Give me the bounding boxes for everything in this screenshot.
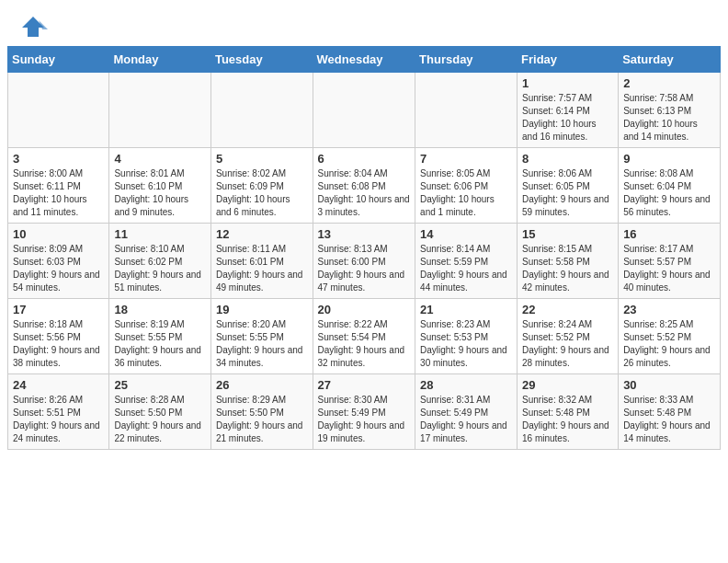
day-number: 15 xyxy=(522,227,613,241)
calendar-cell: 1Sunrise: 7:57 AM Sunset: 6:14 PM Daylig… xyxy=(518,73,619,148)
calendar-cell: 12Sunrise: 8:11 AM Sunset: 6:01 PM Dayli… xyxy=(210,224,313,299)
calendar-cell: 25Sunrise: 8:28 AM Sunset: 5:50 PM Dayli… xyxy=(109,374,211,450)
day-number: 25 xyxy=(114,378,206,392)
calendar-cell: 11Sunrise: 8:10 AM Sunset: 6:02 PM Dayli… xyxy=(109,224,211,299)
calendar-week-3: 10Sunrise: 8:09 AM Sunset: 6:03 PM Dayli… xyxy=(8,224,721,299)
day-info: Sunrise: 8:19 AM Sunset: 5:55 PM Dayligh… xyxy=(114,318,206,370)
day-number: 2 xyxy=(623,76,715,90)
calendar-header-row: SundayMondayTuesdayWednesdayThursdayFrid… xyxy=(8,47,721,73)
day-info: Sunrise: 8:20 AM Sunset: 5:55 PM Dayligh… xyxy=(216,318,308,370)
day-number: 1 xyxy=(522,76,613,90)
day-number: 19 xyxy=(216,303,308,316)
day-number: 17 xyxy=(13,303,104,316)
day-info: Sunrise: 8:15 AM Sunset: 5:58 PM Dayligh… xyxy=(522,243,613,294)
calendar-cell: 5Sunrise: 8:02 AM Sunset: 6:09 PM Daylig… xyxy=(210,148,313,224)
day-info: Sunrise: 8:04 AM Sunset: 6:08 PM Dayligh… xyxy=(318,167,411,219)
day-header-wednesday: Wednesday xyxy=(313,47,415,73)
calendar-cell: 19Sunrise: 8:20 AM Sunset: 5:55 PM Dayli… xyxy=(210,299,313,374)
day-info: Sunrise: 8:14 AM Sunset: 5:59 PM Dayligh… xyxy=(420,243,512,294)
logo xyxy=(18,15,51,39)
day-number: 22 xyxy=(522,303,613,316)
day-info: Sunrise: 8:32 AM Sunset: 5:48 PM Dayligh… xyxy=(522,394,613,445)
calendar-cell: 18Sunrise: 8:19 AM Sunset: 5:55 PM Dayli… xyxy=(109,299,211,374)
day-info: Sunrise: 7:57 AM Sunset: 6:14 PM Dayligh… xyxy=(522,92,613,144)
calendar-cell xyxy=(313,73,415,148)
day-info: Sunrise: 8:08 AM Sunset: 6:04 PM Dayligh… xyxy=(623,167,715,219)
calendar-cell: 29Sunrise: 8:32 AM Sunset: 5:48 PM Dayli… xyxy=(518,374,619,450)
day-number: 30 xyxy=(623,378,715,392)
page-header xyxy=(0,0,728,46)
day-info: Sunrise: 7:58 AM Sunset: 6:13 PM Dayligh… xyxy=(623,92,715,144)
calendar-cell: 27Sunrise: 8:30 AM Sunset: 5:49 PM Dayli… xyxy=(313,374,415,450)
day-info: Sunrise: 8:33 AM Sunset: 5:48 PM Dayligh… xyxy=(623,394,715,445)
day-info: Sunrise: 8:17 AM Sunset: 5:57 PM Dayligh… xyxy=(623,243,715,294)
calendar-cell: 10Sunrise: 8:09 AM Sunset: 6:03 PM Dayli… xyxy=(8,224,109,299)
calendar-cell: 15Sunrise: 8:15 AM Sunset: 5:58 PM Dayli… xyxy=(518,224,619,299)
calendar-week-5: 24Sunrise: 8:26 AM Sunset: 5:51 PM Dayli… xyxy=(8,374,721,450)
calendar-cell: 22Sunrise: 8:24 AM Sunset: 5:52 PM Dayli… xyxy=(518,299,619,374)
calendar-cell: 9Sunrise: 8:08 AM Sunset: 6:04 PM Daylig… xyxy=(619,148,721,224)
day-info: Sunrise: 8:26 AM Sunset: 5:51 PM Dayligh… xyxy=(13,394,104,445)
day-info: Sunrise: 8:28 AM Sunset: 5:50 PM Dayligh… xyxy=(114,394,206,445)
day-info: Sunrise: 8:13 AM Sunset: 6:00 PM Dayligh… xyxy=(318,243,411,294)
day-info: Sunrise: 8:11 AM Sunset: 6:01 PM Dayligh… xyxy=(216,243,308,294)
svg-marker-0 xyxy=(22,17,44,37)
calendar-cell xyxy=(8,73,109,148)
day-header-sunday: Sunday xyxy=(8,47,109,73)
calendar-cell: 26Sunrise: 8:29 AM Sunset: 5:50 PM Dayli… xyxy=(210,374,313,450)
calendar-cell: 20Sunrise: 8:22 AM Sunset: 5:54 PM Dayli… xyxy=(313,299,415,374)
day-info: Sunrise: 8:23 AM Sunset: 5:53 PM Dayligh… xyxy=(420,318,512,370)
day-number: 3 xyxy=(13,152,104,166)
day-number: 26 xyxy=(216,378,308,392)
calendar-week-1: 1Sunrise: 7:57 AM Sunset: 6:14 PM Daylig… xyxy=(8,73,721,148)
day-info: Sunrise: 8:06 AM Sunset: 6:05 PM Dayligh… xyxy=(522,167,613,219)
day-info: Sunrise: 8:25 AM Sunset: 5:52 PM Dayligh… xyxy=(623,318,715,370)
day-header-thursday: Thursday xyxy=(415,47,518,73)
day-number: 27 xyxy=(318,378,411,392)
day-info: Sunrise: 8:30 AM Sunset: 5:49 PM Dayligh… xyxy=(318,394,411,445)
calendar-cell xyxy=(109,73,211,148)
calendar-cell: 8Sunrise: 8:06 AM Sunset: 6:05 PM Daylig… xyxy=(518,148,619,224)
day-number: 5 xyxy=(216,152,308,166)
day-info: Sunrise: 8:00 AM Sunset: 6:11 PM Dayligh… xyxy=(13,167,104,219)
day-info: Sunrise: 8:01 AM Sunset: 6:10 PM Dayligh… xyxy=(114,167,206,219)
day-info: Sunrise: 8:02 AM Sunset: 6:09 PM Dayligh… xyxy=(216,167,308,219)
day-number: 14 xyxy=(420,227,512,241)
day-info: Sunrise: 8:22 AM Sunset: 5:54 PM Dayligh… xyxy=(318,318,411,370)
calendar-cell: 21Sunrise: 8:23 AM Sunset: 5:53 PM Dayli… xyxy=(415,299,518,374)
day-header-saturday: Saturday xyxy=(619,47,721,73)
day-number: 24 xyxy=(13,378,104,392)
calendar-cell: 7Sunrise: 8:05 AM Sunset: 6:06 PM Daylig… xyxy=(415,148,518,224)
calendar-week-4: 17Sunrise: 8:18 AM Sunset: 5:56 PM Dayli… xyxy=(8,299,721,374)
day-info: Sunrise: 8:29 AM Sunset: 5:50 PM Dayligh… xyxy=(216,394,308,445)
calendar-cell: 28Sunrise: 8:31 AM Sunset: 5:49 PM Dayli… xyxy=(415,374,518,450)
day-number: 10 xyxy=(13,227,104,241)
day-number: 11 xyxy=(114,227,206,241)
calendar-cell: 3Sunrise: 8:00 AM Sunset: 6:11 PM Daylig… xyxy=(8,148,109,224)
calendar-cell: 13Sunrise: 8:13 AM Sunset: 6:00 PM Dayli… xyxy=(313,224,415,299)
calendar-cell: 30Sunrise: 8:33 AM Sunset: 5:48 PM Dayli… xyxy=(619,374,721,450)
calendar-cell: 16Sunrise: 8:17 AM Sunset: 5:57 PM Dayli… xyxy=(619,224,721,299)
day-number: 7 xyxy=(420,152,512,166)
calendar-cell: 6Sunrise: 8:04 AM Sunset: 6:08 PM Daylig… xyxy=(313,148,415,224)
calendar-body: 1Sunrise: 7:57 AM Sunset: 6:14 PM Daylig… xyxy=(8,73,721,450)
calendar-cell: 17Sunrise: 8:18 AM Sunset: 5:56 PM Dayli… xyxy=(8,299,109,374)
day-info: Sunrise: 8:31 AM Sunset: 5:49 PM Dayligh… xyxy=(420,394,512,445)
calendar-cell: 23Sunrise: 8:25 AM Sunset: 5:52 PM Dayli… xyxy=(619,299,721,374)
calendar-wrapper: SundayMondayTuesdayWednesdayThursdayFrid… xyxy=(0,46,728,457)
day-header-monday: Monday xyxy=(109,47,211,73)
day-number: 6 xyxy=(318,152,411,166)
calendar-cell: 4Sunrise: 8:01 AM Sunset: 6:10 PM Daylig… xyxy=(109,148,211,224)
calendar-cell: 2Sunrise: 7:58 AM Sunset: 6:13 PM Daylig… xyxy=(619,73,721,148)
day-number: 20 xyxy=(318,303,411,316)
day-number: 9 xyxy=(623,152,715,166)
logo-icon xyxy=(18,15,48,39)
day-info: Sunrise: 8:18 AM Sunset: 5:56 PM Dayligh… xyxy=(13,318,104,370)
day-number: 8 xyxy=(522,152,613,166)
calendar-table: SundayMondayTuesdayWednesdayThursdayFrid… xyxy=(7,46,721,450)
calendar-cell xyxy=(415,73,518,148)
day-number: 16 xyxy=(623,227,715,241)
calendar-cell xyxy=(210,73,313,148)
day-number: 12 xyxy=(216,227,308,241)
day-number: 28 xyxy=(420,378,512,392)
